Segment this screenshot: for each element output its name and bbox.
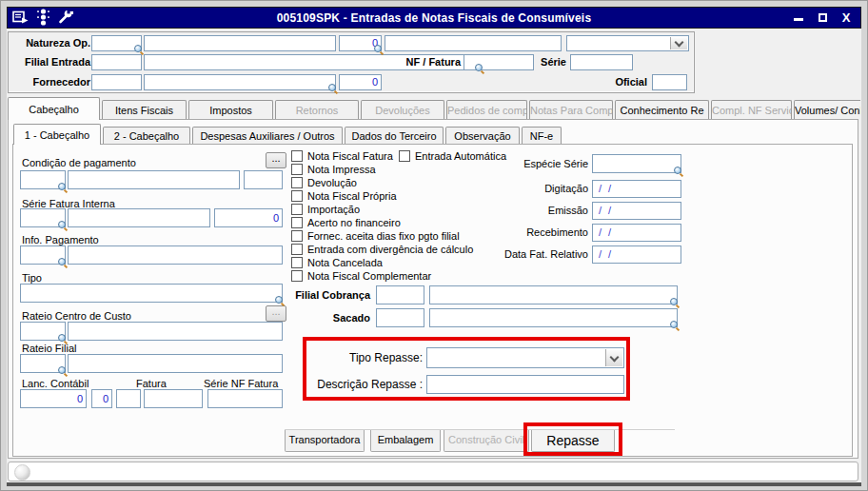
wrench-icon[interactable] [58,10,73,26]
sacado-code-input[interactable] [376,308,424,327]
lookup-icon[interactable] [275,296,285,305]
checkbox-devolucao[interactable] [291,177,303,188]
lookup-icon[interactable] [58,334,68,344]
checkbox-label: Importação [307,204,360,215]
natureza-op-qty-input[interactable]: 0 [339,35,382,51]
emissao-date-input[interactable]: / / [592,202,681,220]
rateio-filial-code-input[interactable] [20,354,66,373]
descricao-repasse-input[interactable] [426,375,624,394]
maximize-icon [819,13,827,22]
rateio-filial-desc-input[interactable] [68,354,283,373]
lookup-icon[interactable] [58,366,68,376]
tab-impostos[interactable]: Impostos [188,100,273,120]
data-fat-relativo-label: Data Fat. Relativo [455,247,588,262]
lookup-icon[interactable] [58,221,68,230]
tab-despesas-auxiliares[interactable]: Despesas Auxiliares / Outros [192,127,343,145]
checkbox-entrada-automatica[interactable] [399,150,410,162]
fatura-input[interactable] [144,389,203,408]
checkbox-importacao[interactable] [291,204,303,215]
lookup-icon[interactable] [670,298,680,307]
app-window: 005109SPK - Entradas de Notas Fiscais de… [0,0,868,491]
oficial-input[interactable] [652,74,687,90]
condicao-code-input[interactable] [20,170,66,189]
rateio-cc-code-input[interactable] [20,322,66,341]
lanc-contabil-input2[interactable]: 0 [91,389,112,408]
tab-itens-fiscais[interactable]: Itens Fiscais [102,100,187,120]
lookup-icon[interactable] [674,167,683,176]
export-note-icon[interactable] [12,10,29,26]
tab-cabecalho[interactable]: Cabeçalho [8,97,100,120]
lookup-icon[interactable] [58,183,68,192]
tab-volumes-conhecimento[interactable]: Volumes/ Conhecim [794,100,860,120]
natureza-op-extra-input[interactable] [385,35,562,51]
fornecedor-qty-input[interactable]: 0 [339,74,382,90]
condicao-browse-button[interactable]: ... [266,152,286,168]
tab-2-cabecalho[interactable]: 2 - Cabeçalho [103,127,190,145]
sub-tabstrip: 1 - Cabeçalho 2 - Cabeçalho Despesas Aux… [13,123,584,145]
combo-dropdown-button[interactable] [605,349,622,366]
condicao-pagamento-label: Condição de pagamento [22,156,136,170]
checkbox-fornec-dias-fixo[interactable] [291,230,303,242]
lanc-contabil-input1[interactable]: 0 [20,389,87,408]
checkbox-label: Nota Fiscal Complementar [307,270,431,282]
info-pagamento-code-input[interactable] [20,246,66,265]
repasse-tab-highlight-box [523,422,622,456]
maximize-button[interactable] [815,11,830,25]
header-combo[interactable] [566,35,689,51]
tab-dados-terceiro[interactable]: Dados do Terceiro [345,127,444,145]
serie-fatura-num-input[interactable]: 0 [214,208,283,227]
checkbox-acerto-financeiro[interactable] [291,217,303,228]
close-button[interactable]: X [838,11,854,25]
checkbox-label: Nota Cancelada [307,257,383,268]
tab-conhecimento[interactable]: Conhecimento Re [615,100,709,120]
serie-input[interactable] [570,54,633,70]
tab-nfe[interactable]: NF-e [522,127,562,145]
status-indicator-icon [14,464,30,481]
lookup-icon[interactable] [670,321,680,330]
digitacao-date-input[interactable]: / / [592,180,681,198]
lookup-icon[interactable] [58,258,68,267]
fornecedor-desc-input[interactable] [144,74,336,90]
tab-embalagem[interactable]: Embalagem [370,430,441,452]
natureza-op-desc-input[interactable] [144,35,336,51]
serie-fatura-code-input[interactable] [20,208,66,227]
checkbox-nota-fiscal-complementar[interactable] [291,270,303,282]
checkbox-nota-fiscal-propria[interactable] [291,190,303,202]
titlebar-icons [12,9,73,28]
tab-observacao[interactable]: Observação [445,127,520,145]
lookup-icon[interactable] [374,45,384,54]
checkbox-nota-fiscal-fatura[interactable] [291,150,303,162]
filial-cobranca-desc-input[interactable] [429,285,678,304]
filial-entrada-label: Filial Entrada [10,55,90,69]
tab-transportadora[interactable]: Transportadora [285,430,365,452]
traffic-light-icon[interactable] [37,9,49,28]
condicao-extra-input[interactable] [244,170,283,189]
lookup-icon[interactable] [475,64,484,73]
tipo-repasse-combo[interactable] [426,347,624,368]
info-pagamento-desc-input[interactable] [68,246,283,265]
data-fat-relativo-date-input[interactable]: / / [592,246,681,264]
especie-serie-input[interactable] [592,154,681,173]
lanc-contabil-input3[interactable] [116,389,141,408]
recebimento-date-input[interactable]: / / [592,224,681,242]
filial-entrada-code-input[interactable] [91,54,142,70]
tab-1-cabecalho[interactable]: 1 - Cabeçalho [13,124,101,145]
checkbox-nota-impressa[interactable] [291,164,303,175]
serie-nf-fatura-input[interactable] [207,389,283,408]
fornecedor-code-input[interactable] [91,74,142,90]
sacado-desc-input[interactable] [429,308,678,327]
natureza-op-code-input[interactable] [91,35,142,51]
minimize-button[interactable] [791,11,806,25]
close-icon: X [842,11,851,24]
checkbox-nota-cancelada[interactable] [291,257,303,268]
nf-fatura-label: NF / Fatura [394,55,461,69]
condicao-desc-input[interactable] [68,170,240,189]
serie-label: Série [528,55,566,69]
lookup-icon[interactable] [134,45,144,54]
checkbox-divergencia-calculo[interactable] [291,244,303,255]
lookup-icon[interactable] [328,84,338,93]
serie-fatura-desc-input[interactable] [68,208,210,227]
combo-dropdown-button[interactable] [670,37,687,49]
checkbox-label: Entrada com divergência de cálculo [307,244,473,255]
filial-cobranca-code-input[interactable] [376,285,424,304]
